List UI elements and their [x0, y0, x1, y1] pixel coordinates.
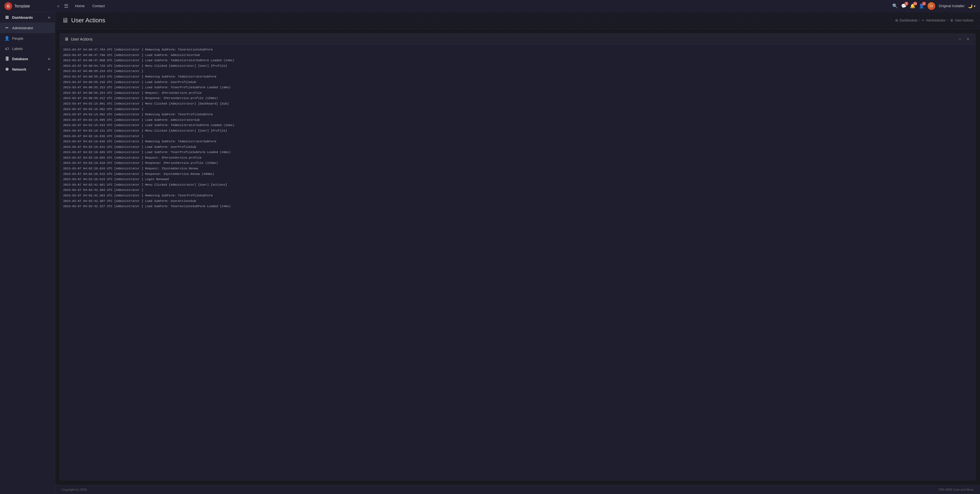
user-name-label: Original Installer — [939, 4, 964, 8]
log-line: 2023-03-07 04:02:26.016 UTC [Administrat… — [63, 166, 972, 172]
page-header: 🖥 User Actions ⊞ Dashboards / ✂ Administ… — [55, 12, 980, 29]
breadcrumb-sep-1: / — [919, 19, 920, 22]
brand-title: Template — [14, 4, 30, 8]
log-line: 2023-03-07 04:02:15.502 UTC [Administrat… — [63, 107, 972, 112]
user-avatar[interactable]: OI — [928, 2, 935, 10]
sidebar-item-dashboards-label: Dashboards — [12, 16, 33, 19]
content-area: 🖥 User Actions ⊞ Dashboards / ✂ Administ… — [55, 12, 980, 494]
nav-home-link[interactable]: Home — [72, 3, 88, 9]
breadcrumb-user-actions[interactable]: 🖥 User Actions — [950, 19, 974, 22]
database-expand-icon: ▶ — [48, 57, 51, 61]
panel-title-row: 🖥 User Actions — [64, 37, 93, 42]
log-line: 2023-03-07 04:02:26.515 UTC [Administrat… — [63, 177, 972, 182]
breadcrumb-useractions-label: User Actions — [955, 19, 974, 22]
panel-area: 🖥 User Actions − × 2023-03-07 04:00:47.7… — [55, 29, 980, 485]
log-line: 2023-03-07 04:02:15.534 UTC [Administrat… — [63, 123, 972, 128]
breadcrumb-dashboards-label: Dashboards — [900, 19, 918, 22]
sidebar-item-network-label: Network — [12, 67, 26, 71]
breadcrumb-administrator-label: Administrator — [926, 19, 946, 22]
log-line: 2023-03-07 04:02:19.685 UTC [Administrat… — [63, 150, 972, 155]
sidebar-collapse-button[interactable]: « — [57, 3, 60, 8]
top-navigation: G Template « ☰ Home Contact 🔍 💬 3 🔔 12 👤… — [0, 0, 980, 12]
log-line: 2023-03-07 04:02:26.515 UTC [Administrat… — [63, 172, 972, 177]
log-line: 2023-03-07 04:00:55.234 UTC [Administrat… — [63, 69, 972, 74]
panel-title-icon: 🖥 — [64, 37, 69, 42]
top-menu: ☰ Home Contact — [60, 2, 892, 10]
log-line: 2023-03-07 04:02:15.502 UTC [Administrat… — [63, 112, 972, 118]
log-line: 2023-03-07 04:02:19.636 UTC [Administrat… — [63, 134, 972, 139]
panel-close-button[interactable]: × — [965, 37, 971, 42]
page-header-left: 🖥 User Actions — [62, 17, 105, 24]
labels-icon: 🏷 — [5, 46, 10, 51]
people-icon: 👤 — [5, 36, 10, 41]
log-line: 2023-03-07 04:02:19.636 UTC [Administrat… — [63, 139, 972, 145]
footer-brand: TMS WEB Core and More — [938, 488, 974, 491]
breadcrumb-admin-icon: ✂ — [922, 19, 924, 22]
sidebar-item-labels[interactable]: 🏷 Labels — [0, 44, 55, 54]
breadcrumb-useractions-icon: 🖥 — [950, 19, 953, 22]
dashboards-expand-icon: ▶ — [48, 16, 51, 19]
network-expand-icon: ▶ — [48, 68, 51, 71]
sidebar-item-people[interactable]: 👤 People — [0, 33, 55, 44]
hamburger-icon[interactable]: ☰ — [62, 2, 71, 10]
network-icon: ⊛ — [5, 67, 10, 72]
log-content[interactable]: 2023-03-07 04:00:47.784 UTC [Administrat… — [60, 45, 975, 480]
sidebar-item-labels-label: Labels — [12, 47, 22, 51]
notifications-badge: 12 — [913, 2, 917, 6]
sidebar-item-database-label: Database — [12, 57, 28, 61]
log-line: 2023-03-07 04:02:19.131 UTC [Administrat… — [63, 128, 972, 134]
nav-contact-link[interactable]: Contact — [89, 3, 108, 9]
footer: Copyright (c) 2023 TMS WEB Core and More — [55, 485, 980, 494]
log-line: 2023-03-07 04:02:19.641 UTC [Administrat… — [63, 145, 972, 150]
panel-header: 🖥 User Actions − × — [60, 33, 975, 45]
top-nav-right-area: 🔍 💬 3 🔔 12 👤 1 OI Original Installer 🌙 ▾ — [892, 2, 975, 10]
panel-title: User Actions — [71, 37, 93, 41]
panel-minimize-button[interactable]: − — [957, 37, 963, 42]
messages-badge: 3 — [904, 2, 908, 6]
brand-icon[interactable]: G — [5, 2, 12, 10]
theme-toggle-button[interactable]: 🌙 ▾ — [968, 4, 975, 8]
user-actions-panel: 🖥 User Actions − × 2023-03-07 04:00:47.7… — [60, 33, 975, 480]
log-line: 2023-03-07 04:00:55.253 UTC [Administrat… — [63, 85, 972, 91]
messages-button[interactable]: 💬 3 — [901, 3, 907, 8]
log-line: 2023-03-07 04:00:55.254 UTC [Administrat… — [63, 91, 972, 96]
log-line: 2023-03-07 04:02:42.307 UTC [Administrat… — [63, 199, 972, 204]
log-line: 2023-03-07 04:00:55.412 UTC [Administrat… — [63, 96, 972, 101]
sidebar-item-database[interactable]: 🗄 Database ▶ — [0, 54, 55, 64]
log-line: 2023-03-07 04:00:47.784 UTC [Administrat… — [63, 47, 972, 53]
log-line: 2023-03-07 04:02:42.303 UTC [Administrat… — [63, 193, 972, 199]
breadcrumb-dashboards-icon: ⊞ — [895, 19, 898, 22]
breadcrumb-dashboards[interactable]: ⊞ Dashboards — [895, 19, 918, 22]
profile-badge: 1 — [922, 2, 926, 6]
sidebar-item-administrator-label: Administrator — [12, 26, 33, 30]
breadcrumb-sep-2: / — [947, 19, 948, 22]
sidebar: ⊞ Dashboards ▶ ✂ Administrator 👤 People … — [0, 12, 55, 494]
page-title: User Actions — [71, 17, 105, 24]
log-line: 2023-03-07 04:00:47.788 UTC [Administrat… — [63, 53, 972, 58]
breadcrumb-administrator[interactable]: ✂ Administrator — [922, 19, 946, 22]
main-layout: ⊞ Dashboards ▶ ✂ Administrator 👤 People … — [0, 12, 980, 494]
sidebar-item-people-label: People — [12, 37, 23, 41]
profile-alerts-button[interactable]: 👤 1 — [919, 3, 924, 8]
sidebar-item-dashboards[interactable]: ⊞ Dashboards ▶ — [0, 12, 55, 22]
administrator-icon: ✂ — [5, 25, 10, 30]
brand-area: G Template « — [5, 2, 60, 10]
database-icon: 🗄 — [5, 57, 10, 61]
log-line: 2023-03-07 04:02:15.505 UTC [Administrat… — [63, 118, 972, 123]
log-line: 2023-03-07 04:00:55.234 UTC [Administrat… — [63, 74, 972, 80]
sidebar-item-network[interactable]: ⊛ Network ▶ — [0, 64, 55, 75]
log-line: 2023-03-07 04:02:19.685 UTC [Administrat… — [63, 155, 972, 161]
log-line: 2023-03-07 04:00:54.729 UTC [Administrat… — [63, 64, 972, 69]
log-line: 2023-03-07 04:02:19.910 UTC [Administrat… — [63, 160, 972, 166]
page-header-icon: 🖥 — [62, 17, 68, 24]
copyright-text: Copyright (c) 2023 — [62, 488, 87, 491]
log-line: 2023-03-07 04:02:15.001 UTC [Administrat… — [63, 101, 972, 107]
panel-controls: − × — [957, 37, 971, 42]
sidebar-item-administrator[interactable]: ✂ Administrator — [0, 22, 55, 33]
dashboards-icon: ⊞ — [5, 15, 10, 20]
search-button[interactable]: 🔍 — [892, 3, 898, 8]
notifications-button[interactable]: 🔔 12 — [910, 3, 915, 8]
log-line: 2023-03-07 04:02:42.303 UTC [Administrat… — [63, 187, 972, 193]
log-line: 2023-03-07 04:00:47.808 UTC [Administrat… — [63, 58, 972, 64]
log-line: 2023-03-07 04:00:55.236 UTC [Administrat… — [63, 80, 972, 85]
